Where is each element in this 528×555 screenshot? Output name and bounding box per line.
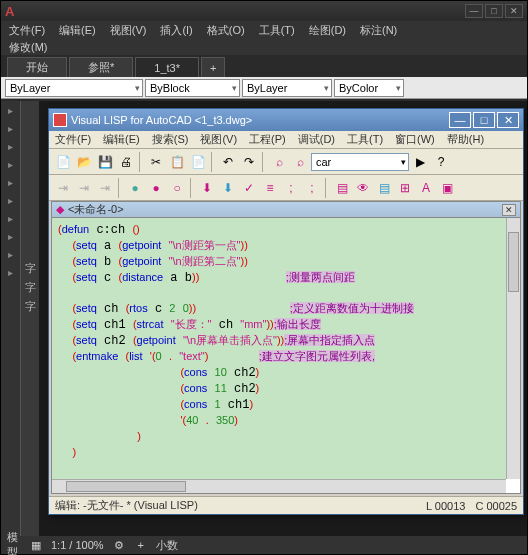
menu-file[interactable]: 文件(F) <box>9 23 45 38</box>
inspect-icon[interactable]: 👁 <box>353 178 373 198</box>
watch-icon[interactable]: ⊞ <box>395 178 415 198</box>
menu-format[interactable]: 格式(O) <box>207 23 245 38</box>
layer-combo[interactable]: ByLayer <box>5 79 143 97</box>
tool-icon[interactable]: ▸ <box>1 227 20 245</box>
trace-icon[interactable]: ▤ <box>374 178 394 198</box>
acad-icon[interactable]: ▣ <box>437 178 457 198</box>
vlisp-window: Visual LISP for AutoCAD <1_t3.dwg> — □ ✕… <box>48 108 524 515</box>
vlisp-maximize-button[interactable]: □ <box>473 112 495 128</box>
code-area[interactable]: (defun c:ch () (setq a (getpoint "\n测距第一… <box>52 218 506 479</box>
menu-edit[interactable]: 编辑(E) <box>59 23 96 38</box>
new-file-icon[interactable]: 📄 <box>53 152 73 172</box>
debug-icon[interactable]: ⇥ <box>53 178 73 198</box>
cut-icon[interactable]: ✂ <box>146 152 166 172</box>
vmenu-project[interactable]: 工程(P) <box>249 132 286 147</box>
grid-icon[interactable]: ▦ <box>29 538 43 552</box>
break3-icon[interactable]: ○ <box>167 178 187 198</box>
vmenu-window[interactable]: 窗口(W) <box>395 132 435 147</box>
separator <box>325 178 329 198</box>
tab-ref[interactable]: 参照* <box>69 57 133 77</box>
linetype-combo[interactable]: ByBlock <box>145 79 240 97</box>
print-icon[interactable]: 🖨 <box>116 152 136 172</box>
tab-start[interactable]: 开始 <box>7 57 67 77</box>
vlisp-icon <box>53 113 67 127</box>
open-file-icon[interactable]: 📂 <box>74 152 94 172</box>
vlisp-close-button[interactable]: ✕ <box>497 112 519 128</box>
status-col: C 00025 <box>475 500 517 512</box>
menu-view[interactable]: 视图(V) <box>110 23 147 38</box>
separator <box>118 178 122 198</box>
menu-tools[interactable]: 工具(T) <box>259 23 295 38</box>
uncomment-icon[interactable]: ; <box>302 178 322 198</box>
paste-icon[interactable]: 📄 <box>188 152 208 172</box>
horizontal-scrollbar[interactable] <box>52 479 506 493</box>
menu-modify[interactable]: 修改(M) <box>9 40 48 55</box>
undo-icon[interactable]: ↶ <box>218 152 238 172</box>
step-icon[interactable]: ⇥ <box>74 178 94 198</box>
break2-icon[interactable]: ● <box>146 178 166 198</box>
text-tool-icon[interactable]: 字 <box>25 299 36 314</box>
doc-close-button[interactable]: ✕ <box>502 204 516 216</box>
vmenu-edit[interactable]: 编辑(E) <box>103 132 140 147</box>
step-over-icon[interactable]: ⇥ <box>95 178 115 198</box>
separator <box>211 152 215 172</box>
tool-icon[interactable]: ▸ <box>1 137 20 155</box>
menu-insert[interactable]: 插入(I) <box>160 23 192 38</box>
tool-icon[interactable]: ▸ <box>1 263 20 281</box>
symbol-combo[interactable]: car <box>311 153 409 171</box>
text-tool-icon[interactable]: 字 <box>25 261 36 276</box>
vmenu-search[interactable]: 搜索(S) <box>152 132 189 147</box>
separator <box>139 152 143 172</box>
vmenu-view[interactable]: 视图(V) <box>200 132 237 147</box>
tab-1t3[interactable]: 1_t3* <box>135 57 199 77</box>
menu-draw[interactable]: 绘图(D) <box>309 23 346 38</box>
comment-icon[interactable]: ; <box>281 178 301 198</box>
vmenu-debug[interactable]: 调试(D) <box>298 132 335 147</box>
vmenu-help[interactable]: 帮助(H) <box>447 132 484 147</box>
tool-icon[interactable]: ▸ <box>1 173 20 191</box>
break-icon[interactable]: ● <box>125 178 145 198</box>
model-button[interactable]: 模型 <box>7 538 21 552</box>
vlisp-minimize-button[interactable]: — <box>449 112 471 128</box>
check-icon[interactable]: ✓ <box>239 178 259 198</box>
vmenu-tools[interactable]: 工具(T) <box>347 132 383 147</box>
find-icon[interactable]: ⌕ <box>269 152 289 172</box>
help-icon[interactable]: ? <box>431 152 451 172</box>
close-button[interactable]: ✕ <box>505 4 523 18</box>
tool-icon[interactable]: ▸ <box>1 119 20 137</box>
tool-icon[interactable]: ▸ <box>1 191 20 209</box>
find-next-icon[interactable]: ⌕ <box>290 152 310 172</box>
status-line: L 00013 <box>426 500 465 512</box>
vertical-scrollbar[interactable] <box>506 218 520 479</box>
plus-icon[interactable]: + <box>134 538 148 552</box>
scale-label[interactable]: 1:1 / 100% <box>51 539 104 551</box>
load-sel-icon[interactable]: ⬇ <box>218 178 238 198</box>
tool-icon[interactable]: ▸ <box>1 209 20 227</box>
console-icon[interactable]: ▤ <box>332 178 352 198</box>
scroll-thumb[interactable] <box>66 481 186 492</box>
lineweight-combo[interactable]: ByLayer <box>242 79 332 97</box>
tool-icon[interactable]: ▸ <box>1 245 20 263</box>
format-icon[interactable]: ≡ <box>260 178 280 198</box>
settings-icon[interactable]: ⚙ <box>112 538 126 552</box>
vmenu-file[interactable]: 文件(F) <box>55 132 91 147</box>
maximize-button[interactable]: □ <box>485 4 503 18</box>
vlisp-titlebar[interactable]: Visual LISP for AutoCAD <1_t3.dwg> — □ ✕ <box>49 109 523 131</box>
copy-icon[interactable]: 📋 <box>167 152 187 172</box>
redo-icon[interactable]: ↷ <box>239 152 259 172</box>
tool-icon[interactable]: ▸ <box>1 101 20 119</box>
load-icon[interactable]: ⬇ <box>197 178 217 198</box>
minimize-button[interactable]: — <box>465 4 483 18</box>
tool-icon[interactable]: ▸ <box>1 155 20 173</box>
go-icon[interactable]: ▶ <box>410 152 430 172</box>
scroll-thumb[interactable] <box>508 232 519 292</box>
color-combo[interactable]: ByColor <box>334 79 404 97</box>
save-icon[interactable]: 💾 <box>95 152 115 172</box>
vlisp-menubar: 文件(F) 编辑(E) 搜索(S) 视图(V) 工程(P) 调试(D) 工具(T… <box>49 131 523 149</box>
text-tool-icon[interactable]: 字 <box>25 280 36 295</box>
units-label[interactable]: 小数 <box>156 538 178 553</box>
outer-menubar: 文件(F) 编辑(E) 视图(V) 插入(I) 格式(O) 工具(T) 绘图(D… <box>1 21 527 39</box>
menu-dim[interactable]: 标注(N) <box>360 23 397 38</box>
apropos-icon[interactable]: A <box>416 178 436 198</box>
tab-new[interactable]: + <box>201 57 225 77</box>
